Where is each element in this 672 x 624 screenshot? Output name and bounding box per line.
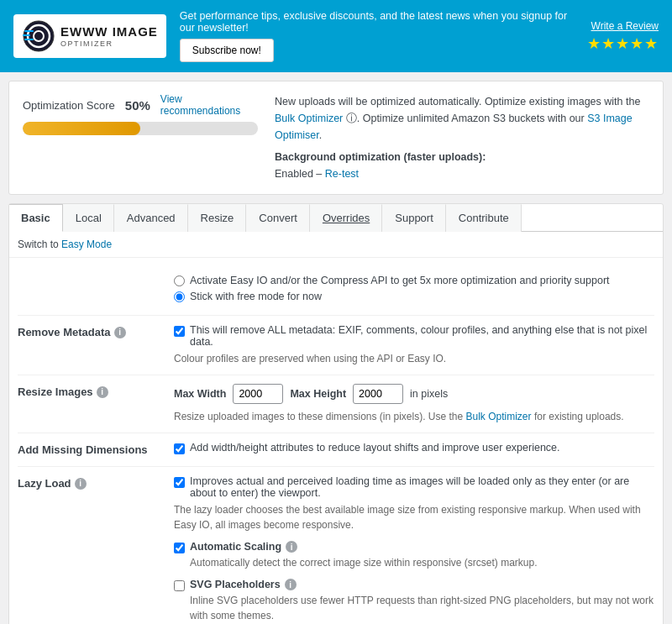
add-missing-dimensions-content: Add width/height attributes to reduce la… [174,442,654,458]
logo-text: EWWW IMAGE OPTIMIZER [60,24,158,49]
auto-scaling-check-row: Automatic Scaling i Automatically detect… [174,541,654,570]
easy-mode-link[interactable]: Easy Mode [61,239,112,250]
api-mode-radio[interactable] [174,275,185,286]
auto-scaling-sub-text: Automatically detect the correct image s… [190,555,538,570]
auto-scaling-label: Automatic Scaling i [190,541,538,553]
svg-placeholders-setting: SVG Placeholders i Inline SVG placeholde… [174,579,654,623]
remove-metadata-check-label: This will remove ALL metadata: EXIF, com… [190,324,654,348]
svg-placeholders-info-icon[interactable]: i [285,579,297,590]
view-recommendations-link[interactable]: Viewrecommendations [160,93,240,117]
resize-sub-text: Resize uploaded images to these dimensio… [174,409,654,424]
write-review-link[interactable]: Write a Review [591,20,659,32]
max-height-label: Max Height [290,388,346,400]
add-missing-check-label: Add width/height attributes to reduce la… [190,442,560,454]
svg-placeholders-label: SVG Placeholders i [190,579,654,590]
tab-convert[interactable]: Convert [246,204,310,232]
add-missing-dimensions-row: Add Missing Dimensions Add width/height … [18,433,654,467]
subscribe-button[interactable]: Subscribe now! [180,39,274,62]
free-mode-label: Stick with free mode for now [190,291,322,302]
tab-resize[interactable]: Resize [188,204,247,232]
lazy-load-check-row: Improves actual and perceived loading ti… [174,475,654,499]
resize-images-info-icon[interactable]: i [97,386,108,398]
easy-mode-row: Switch to Easy Mode [9,232,663,258]
tab-advanced[interactable]: Advanced [114,204,188,232]
review-area: Write a Review ★★★★★ [587,20,659,53]
api-options-content: Activate Easy IO and/or the Compress API… [174,275,654,307]
tab-contribute[interactable]: Contribute [446,204,522,232]
score-right: New uploads will be optimized automatica… [275,93,649,182]
tab-basic[interactable]: Basic [9,204,63,232]
progress-bar-bg [23,122,258,135]
ewww-logo-icon [22,19,55,53]
banner-message: Get performance tips, exclusive discount… [180,10,574,62]
auto-scaling-setting: Automatic Scaling i Automatically detect… [174,541,654,570]
bulk-optimizer-link[interactable]: Bulk Optimizer [275,113,343,124]
resize-inputs: Max Width Max Height in pixels [174,384,654,404]
svg-placeholders-checkbox[interactable] [174,580,185,591]
logo: EWWW IMAGE OPTIMIZER [13,14,166,58]
tab-overrides[interactable]: Overrides [310,204,382,232]
tab-local[interactable]: Local [63,204,114,232]
add-missing-check-row: Add width/height attributes to reduce la… [174,442,654,454]
banner: EWWW IMAGE OPTIMIZER Get performance tip… [0,0,672,72]
remove-metadata-row: Remove Metadata i This will remove ALL m… [18,316,654,375]
auto-scaling-info-icon[interactable]: i [286,541,297,553]
svg-placeholders-check-row: SVG Placeholders i Inline SVG placeholde… [174,579,654,623]
api-option-radio-row: Activate Easy IO and/or the Compress API… [174,275,654,286]
score-label: Optimization Score [23,99,115,112]
remove-metadata-check-row: This will remove ALL metadata: EXIF, com… [174,324,654,348]
resize-bulk-optimizer-link[interactable]: Bulk Optimizer [466,411,532,422]
max-width-label: Max Width [174,388,226,400]
remove-metadata-checkbox[interactable] [174,326,185,337]
api-options-row: Activate Easy IO and/or the Compress API… [18,266,654,316]
resize-images-row: Resize Images i Max Width Max Height in … [18,375,654,433]
score-value: 50% [125,98,150,113]
lazy-load-check-label: Improves actual and perceived loading ti… [190,475,654,499]
main-panel: Basic Local Advanced Resize Convert Over… [8,203,664,624]
star-rating: ★★★★★ [587,34,659,53]
max-width-input[interactable] [233,384,283,404]
add-missing-dimensions-checkbox[interactable] [174,443,185,454]
lazy-load-info-icon[interactable]: i [75,478,87,490]
score-left: Optimization Score 50% Viewrecommendatio… [23,93,258,135]
tab-support[interactable]: Support [382,204,446,232]
empty-label [18,275,160,276]
progress-bar-fill [23,122,140,135]
api-mode-label: Activate Easy IO and/or the Compress API… [190,275,610,286]
remove-metadata-label: Remove Metadata i [18,324,160,338]
lazy-load-sub-text: The lazy loader chooses the best availab… [174,502,654,532]
free-mode-radio[interactable] [174,291,185,302]
remove-metadata-info-icon[interactable]: i [114,327,126,338]
retest-link[interactable]: Re-test [325,168,359,180]
lazy-load-label: Lazy Load i [18,475,160,490]
pixels-label: in pixels [410,388,448,400]
resize-images-content: Max Width Max Height in pixels Resize up… [174,384,654,424]
resize-images-label: Resize Images i [18,384,160,398]
bg-status: Enabled – Re-test [275,165,649,182]
add-missing-dimensions-label: Add Missing Dimensions [18,442,160,456]
score-section: Optimization Score 50% Viewrecommendatio… [8,81,664,195]
tabs: Basic Local Advanced Resize Convert Over… [9,204,663,232]
lazy-load-row: Lazy Load i Improves actual and perceive… [18,467,654,624]
remove-metadata-content: This will remove ALL metadata: EXIF, com… [174,324,654,366]
remove-metadata-sub-text: Colour profiles are preserved when using… [174,351,654,366]
svg-placeholders-sub-text: Inline SVG placeholders use fewer HTTP r… [190,593,654,623]
max-height-input[interactable] [353,384,403,404]
bg-optimization-label: Background optimization (faster uploads)… [275,151,486,163]
auto-scaling-checkbox[interactable] [174,543,185,553]
settings-body: Activate Easy IO and/or the Compress API… [9,258,663,624]
lazy-load-checkbox[interactable] [174,477,185,488]
free-mode-radio-row: Stick with free mode for now [174,291,654,302]
lazy-load-content: Improves actual and perceived loading ti… [174,475,654,624]
